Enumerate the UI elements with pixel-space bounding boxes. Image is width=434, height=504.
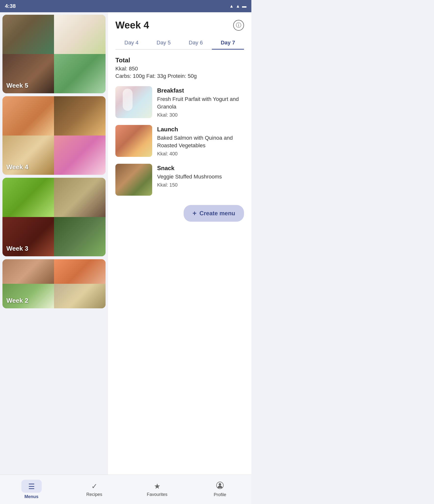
totals-macros: Carbs: 100g Fat: 33g Protein: 50g bbox=[115, 73, 244, 79]
week2-label: Week 2 bbox=[6, 297, 28, 304]
meal-kkal-launch: Kkal: 400 bbox=[157, 151, 244, 157]
menus-label: Menus bbox=[24, 494, 38, 499]
meal-name-launch: Baked Salmon with Quinoa and Roasted Veg… bbox=[157, 134, 244, 150]
recipes-label: Recipes bbox=[86, 492, 102, 497]
nav-recipes[interactable]: ✓ Recipes bbox=[63, 482, 126, 497]
signal-icon: ▲ bbox=[236, 4, 240, 9]
meal-img-breakfast bbox=[115, 86, 152, 118]
week2-img-4 bbox=[54, 284, 106, 308]
svg-point-1 bbox=[219, 483, 221, 486]
meal-info-snack: Snack Veggie Stuffed Mushrooms Kkal: 150 bbox=[157, 164, 244, 188]
tab-day4[interactable]: Day 4 bbox=[115, 37, 148, 50]
day-tabs: Day 4 Day 5 Day 6 Day 7 bbox=[115, 37, 244, 50]
meal-item-snack[interactable]: Snack Veggie Stuffed Mushrooms Kkal: 150 bbox=[115, 164, 244, 196]
week4-img-2 bbox=[54, 96, 106, 136]
create-menu-label: Create menu bbox=[200, 210, 235, 217]
week4-img-1 bbox=[2, 96, 54, 136]
meal-img-snack bbox=[115, 164, 152, 196]
meal-item-launch[interactable]: Launch Baked Salmon with Quinoa and Roas… bbox=[115, 125, 244, 157]
week5-label: Week 5 bbox=[6, 82, 28, 89]
tab-day6[interactable]: Day 6 bbox=[180, 37, 212, 50]
week2-img-3 bbox=[2, 284, 54, 308]
wifi-icon: ▲ bbox=[229, 4, 234, 9]
meal-type-breakfast: Breakfast bbox=[157, 87, 244, 94]
week-card-4[interactable]: Week 4 bbox=[2, 96, 106, 175]
create-menu-button[interactable]: + Create menu bbox=[184, 205, 244, 222]
week-card-2[interactable]: Week 2 bbox=[2, 259, 106, 308]
plus-icon: + bbox=[192, 209, 196, 217]
meal-type-snack: Snack bbox=[157, 165, 244, 172]
meal-name-breakfast: Fresh Fruit Parfait with Yogurt and Gran… bbox=[157, 95, 244, 111]
week-header: Week 4 ⓘ bbox=[115, 20, 244, 31]
favourites-label: Favourites bbox=[147, 492, 167, 497]
recipes-icon: ✓ bbox=[91, 482, 97, 490]
favourites-icon: ★ bbox=[154, 482, 161, 490]
week2-img-2 bbox=[54, 259, 106, 284]
battery-icon: ▬ bbox=[242, 4, 246, 9]
week3-img-4 bbox=[54, 217, 106, 256]
profile-icon bbox=[216, 482, 224, 491]
week-title: Week 4 bbox=[115, 20, 149, 31]
right-panel: Week 4 ⓘ Day 4 Day 5 Day 6 Day 7 Total K… bbox=[108, 12, 251, 475]
meal-kkal-breakfast: Kkal: 300 bbox=[157, 112, 244, 118]
left-panel: Week 5 Week 4 Week 3 bbox=[0, 12, 108, 475]
week5-img-1 bbox=[2, 15, 54, 54]
week-card-3[interactable]: Week 3 bbox=[2, 178, 106, 256]
week5-img-4 bbox=[54, 54, 106, 93]
week2-img-1 bbox=[2, 259, 54, 284]
week3-img-1 bbox=[2, 178, 54, 217]
status-bar: 4:38 ▲ ▲ ▬ bbox=[0, 0, 251, 12]
nav-favourites[interactable]: ★ Favourites bbox=[126, 482, 189, 497]
status-icons: ▲ ▲ ▬ bbox=[229, 4, 246, 9]
profile-label: Profile bbox=[214, 492, 226, 497]
week-card-5[interactable]: Week 5 bbox=[2, 15, 106, 93]
meal-name-snack: Veggie Stuffed Mushrooms bbox=[157, 173, 244, 181]
totals-title: Total bbox=[115, 56, 244, 64]
meal-kkal-snack: Kkal: 150 bbox=[157, 182, 244, 188]
week4-label: Week 4 bbox=[6, 163, 28, 171]
status-time: 4:38 bbox=[5, 3, 16, 9]
bottom-nav: ☰ Menus ✓ Recipes ★ Favourites Profile bbox=[0, 475, 251, 504]
week3-label: Week 3 bbox=[6, 245, 28, 252]
meal-info-launch: Launch Baked Salmon with Quinoa and Roas… bbox=[157, 125, 244, 157]
tab-day5[interactable]: Day 5 bbox=[148, 37, 180, 50]
menus-icon: ☰ bbox=[28, 482, 35, 491]
meal-info-breakfast: Breakfast Fresh Fruit Parfait with Yogur… bbox=[157, 86, 244, 118]
totals-section: Total Kkal: 850 Carbs: 100g Fat: 33g Pro… bbox=[115, 56, 244, 79]
week5-img-2 bbox=[54, 15, 106, 54]
nav-profile[interactable]: Profile bbox=[189, 482, 251, 497]
main-container: Week 5 Week 4 Week 3 bbox=[0, 12, 251, 475]
nav-menus[interactable]: ☰ Menus bbox=[0, 480, 63, 499]
info-icon-button[interactable]: ⓘ bbox=[233, 20, 244, 31]
meal-img-launch bbox=[115, 125, 152, 157]
totals-kkal: Kkal: 850 bbox=[115, 66, 244, 72]
week4-img-4 bbox=[54, 136, 106, 175]
meal-item-breakfast[interactable]: Breakfast Fresh Fruit Parfait with Yogur… bbox=[115, 86, 244, 118]
week3-img-2 bbox=[54, 178, 106, 217]
meal-type-launch: Launch bbox=[157, 126, 244, 133]
tab-day7[interactable]: Day 7 bbox=[212, 37, 244, 50]
